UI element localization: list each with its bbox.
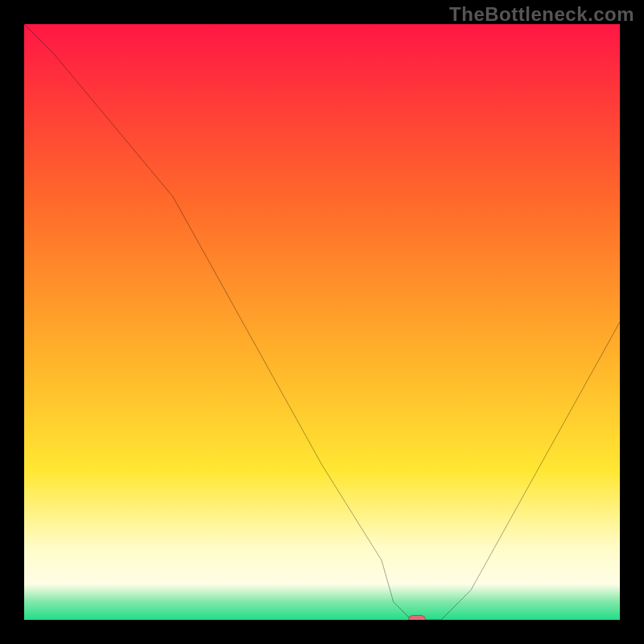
bottleneck-curve: [24, 24, 620, 620]
plot-area: [24, 24, 620, 620]
watermark-text: TheBottleneck.com: [449, 3, 634, 26]
optimal-marker: [408, 615, 426, 620]
curve-svg: [24, 24, 620, 620]
chart-container: TheBottleneck.com: [0, 0, 644, 644]
